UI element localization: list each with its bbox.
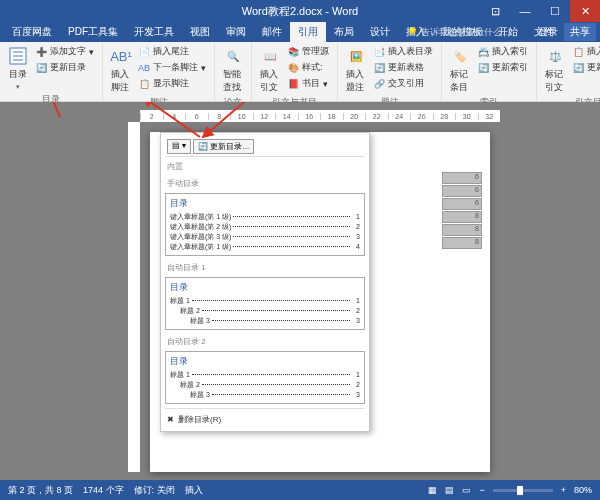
next-footnote-button[interactable]: AB下一条脚注 ▾ [136,60,208,75]
arrow-annotation-1 [20,102,70,122]
group-citation: 📖 插入引文 📚管理源 🎨样式: 📕书目 ▾ 引文与书目 [252,42,338,101]
menu-审阅[interactable]: 审阅 [218,22,254,42]
update-table-button[interactable]: 🔄更新表格 [371,60,435,75]
ribbon: 目录 ▾ ➕添加文字 ▾ 🔄更新目录 目录 AB¹ 插入脚注 📄插入尾注 AB下… [0,42,600,102]
bulb-icon: 💡 [407,27,418,37]
manage-sources-button[interactable]: 📚管理源 [285,44,331,59]
update-icon: 🔄 [35,62,47,74]
word-count[interactable]: 1744 个字 [83,484,124,497]
insert-mode[interactable]: 插入 [185,484,203,497]
update-index-button[interactable]: 🔄更新索引 [475,60,530,75]
insert-fig-toc-button[interactable]: 📑插入表目录 [371,44,435,59]
ribbon-options-icon[interactable]: ⊡ [480,0,510,22]
menu-百度网盘[interactable]: 百度网盘 [4,22,60,42]
style-button[interactable]: 🎨样式: [285,60,331,75]
horizontal-ruler[interactable]: 2468101214161820222426283032 [140,110,500,122]
toc-icon [8,46,28,66]
read-mode-icon[interactable]: ▦ [428,485,437,495]
sign-in-link[interactable]: 登录 [538,25,558,39]
manual-toc-option[interactable]: 目录 键入章标题(第 1 级)1键入章标题(第 2 级)2键入章标题(第 3 级… [165,193,365,256]
insert-footnote-button[interactable]: AB¹ 插入脚注 [109,44,133,96]
zoom-slider[interactable] [493,489,553,492]
share-button[interactable]: 共享 [564,23,596,41]
endnote-icon: 📄 [138,46,150,58]
cross-ref-button[interactable]: 🔗交叉引用 [371,76,435,91]
show-notes-button[interactable]: 📋显示脚注 [136,76,208,91]
insert-citation-button[interactable]: 📖 插入引文 [258,44,282,96]
figtoc-icon: 📑 [373,46,385,58]
group-index: 🏷️ 标记条目 📇插入索引 🔄更新索引 索引 [442,42,537,101]
insert-caption-button[interactable]: 🖼️ 插入题注 [344,44,368,96]
menu-邮件[interactable]: 邮件 [254,22,290,42]
group-research: 🔍 智能查找 论文 [215,42,252,101]
remove-toc-button[interactable]: ✖ 删除目录(R) [165,412,365,427]
track-changes-status[interactable]: 修订: 关闭 [134,484,175,497]
menu-视图[interactable]: 视图 [182,22,218,42]
menu-设计[interactable]: 设计 [362,22,398,42]
document-title: Word教程2.docx - Word [242,4,358,19]
mark-entry-button[interactable]: 🏷️ 标记条目 [448,44,472,96]
auto-toc-2-option[interactable]: 目录 标题 11标题 22标题 33 [165,351,365,404]
manage-icon: 📚 [287,46,299,58]
mark-icon: 🏷️ [450,46,470,66]
toc-button[interactable]: 目录 ▾ [6,44,30,93]
style-icon: 🎨 [287,62,299,74]
close-button[interactable]: ✕ [570,0,600,22]
toc-entry: 键入章标题(第 2 级)2 [170,222,360,232]
toc-gallery-dropdown: ▤ ▾ 🔄 更新目录... 内置 手动目录 目录 键入章标题(第 1 级)1键入… [160,132,370,432]
biblio-button[interactable]: 📕书目 ▾ [285,76,331,91]
insert-endnote-button[interactable]: 📄插入尾注 [136,44,208,59]
lookup-icon: 🔍 [223,46,243,66]
menu-布局[interactable]: 布局 [326,22,362,42]
window-controls: ⊡ — ☐ ✕ [480,0,600,22]
document-page[interactable]: 666888 ▤ ▾ 🔄 更新目录... 内置 手动目录 目录 键入章标题(第 … [150,132,490,472]
group-caption: 🖼️ 插入题注 📑插入表目录 🔄更新表格 🔗交叉引用 题注 [338,42,442,101]
zoom-out-button[interactable]: − [479,485,484,495]
upd-idx-icon: 🔄 [477,62,489,74]
svg-line-4 [28,102,60,117]
update-icon: 🔄 [198,142,208,151]
tell-me-search[interactable]: 💡 告诉我您想要做什么... [407,26,510,39]
toc-entry: 标题 22 [170,380,360,390]
auto-toc-1-option[interactable]: 目录 标题 11标题 22标题 33 [165,277,365,330]
zoom-level[interactable]: 80% [574,485,592,495]
menu-开发工具[interactable]: 开发工具 [126,22,182,42]
biblio-icon: 📕 [287,78,299,90]
toc-entry: 键入章标题(第 3 级)3 [170,232,360,242]
insert-toa-button[interactable]: 📋插入引文目录 [570,44,600,59]
update-toc-button[interactable]: 🔄更新目录 [33,60,96,75]
group-footnote: AB¹ 插入脚注 📄插入尾注 AB下一条脚注 ▾ 📋显示脚注 脚注 [103,42,215,101]
add-text-button[interactable]: ➕添加文字 ▾ [33,44,96,59]
footnote-icon: AB¹ [111,46,131,66]
title-bar: Word教程2.docx - Word ⊡ — ☐ ✕ [0,0,600,22]
vertical-ruler[interactable] [128,122,140,472]
update-toa-button[interactable]: 🔄更新引文目录 [570,60,600,75]
menu-引用[interactable]: 引用 [290,22,326,42]
update-toc-tab[interactable]: 🔄 更新目录... [193,139,254,154]
dropdown-toolbar: ▤ ▾ 🔄 更新目录... [165,137,365,157]
ins-toa-icon: 📋 [572,46,584,58]
group-toc: 目录 ▾ ➕添加文字 ▾ 🔄更新目录 目录 [0,42,103,101]
upd-tbl-icon: 🔄 [373,62,385,74]
remove-icon: ✖ [167,415,174,424]
toc-page-stubs: 666888 [442,172,482,250]
print-layout-icon[interactable]: ▤ [445,485,454,495]
maximize-button[interactable]: ☐ [540,0,570,22]
zoom-in-button[interactable]: + [561,485,566,495]
menu-PDF工具集[interactable]: PDF工具集 [60,22,126,42]
add-text-icon: ➕ [35,46,47,58]
smart-lookup-button[interactable]: 🔍 智能查找 [221,44,245,96]
status-bar: 第 2 页，共 8 页 1744 个字 修订: 关闭 插入 ▦ ▤ ▭ − + … [0,480,600,500]
insert-index-button[interactable]: 📇插入索引 [475,44,530,59]
web-layout-icon[interactable]: ▭ [462,485,471,495]
upd-toa-icon: 🔄 [572,62,584,74]
document-workspace: 2468101214161820222426283032 666888 ▤ ▾ … [0,102,600,480]
toc-style-tab[interactable]: ▤ ▾ [167,139,191,154]
mark-citation-button[interactable]: ⚖️ 标记引文 [543,44,567,96]
mark-cite-icon: ⚖️ [545,46,565,66]
toc-entry: 键入章标题(第 1 级)1 [170,212,360,222]
toc-entry: 标题 11 [170,296,360,306]
page-count[interactable]: 第 2 页，共 8 页 [8,484,73,497]
menu-bar: 百度网盘PDF工具集开发工具视图审阅邮件引用布局设计插入我的模板开始文件 💡 告… [0,22,600,42]
minimize-button[interactable]: — [510,0,540,22]
